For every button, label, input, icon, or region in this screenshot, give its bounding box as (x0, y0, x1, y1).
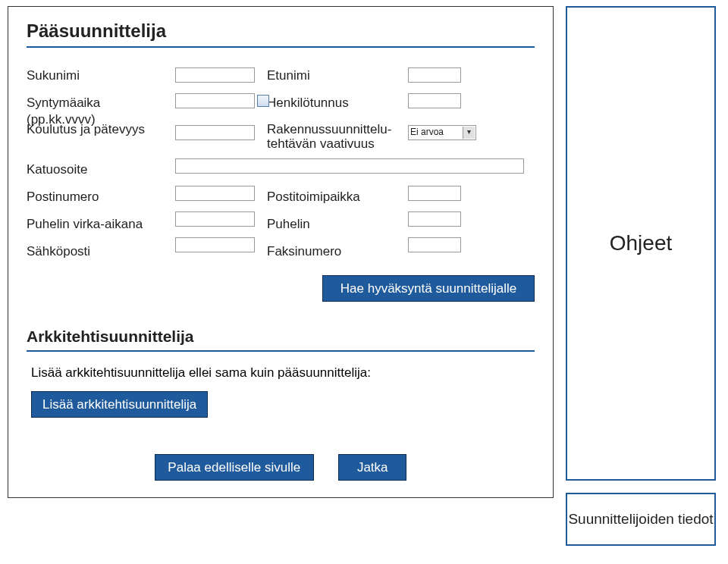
input-koulutus[interactable] (175, 125, 255, 140)
input-puhelin-virka[interactable] (175, 212, 255, 227)
footer-label: Suunnittelijoiden tiedot (568, 510, 713, 529)
help-title: Ohjeet (610, 231, 673, 255)
section-title-paasuunnittelija: Pääsuunnittelija (27, 20, 535, 42)
select-vaativuus[interactable]: Ei arvoa ▾ (408, 125, 476, 140)
next-button[interactable]: Jatka (338, 454, 406, 481)
label-faksi: Faksinumero (267, 243, 396, 260)
architect-note: Lisää arkkitehtisuunnittelija ellei sama… (31, 365, 535, 381)
input-postitoimipaikka[interactable] (408, 186, 461, 201)
label-sahkoposti: Sähköposti (27, 243, 163, 260)
nav-row: Palaa edelliselle sivulle Jatka (27, 454, 535, 481)
label-syntymaaika: Syntymäaika (pp.kk.vvvv) (27, 95, 163, 111)
input-sukunimi[interactable] (175, 67, 255, 83)
input-etunimi[interactable] (408, 67, 461, 83)
label-katuosoite: Katuosoite (27, 161, 163, 178)
input-katuosoite[interactable] (175, 158, 524, 174)
approve-designer-button[interactable]: Hae hyväksyntä suunnittelijalle (322, 275, 535, 302)
input-postinumero[interactable] (175, 186, 255, 201)
label-henkilotunnus: Henkilötunnus (267, 95, 396, 111)
divider (27, 46, 535, 48)
section-title-arkkitehti: Arkkitehtisuunnittelija (27, 327, 535, 346)
input-henkilotunnus[interactable] (408, 93, 461, 108)
label-sukunimi: Sukunimi (27, 67, 163, 84)
help-panel: Ohjeet (566, 6, 716, 481)
label-puhelin-virka: Puhelin virka-aikana (27, 216, 163, 233)
input-syntymaaika[interactable] (175, 93, 255, 108)
calendar-icon[interactable] (257, 95, 269, 107)
chevron-down-icon: ▾ (463, 127, 475, 139)
label-postinumero: Postinumero (27, 189, 163, 205)
select-value: Ei arvoa (410, 127, 444, 137)
label-koulutus: Koulutus ja pätevyys (27, 122, 163, 151)
add-architect-button[interactable]: Lisää arkkitehtisuunnittelija (31, 391, 208, 418)
divider (27, 350, 535, 352)
label-vaativuus: Rakennussuunnittelu- tehtävän vaativuus (267, 122, 396, 151)
input-puhelin[interactable] (408, 212, 461, 227)
input-sahkoposti[interactable] (175, 237, 255, 252)
label-etunimi: Etunimi (267, 67, 396, 84)
back-button[interactable]: Palaa edelliselle sivulle (155, 454, 314, 481)
main-form-panel: Pääsuunnittelija Sukunimi Syntymäaika (p… (8, 6, 554, 498)
form-grid: Sukunimi Syntymäaika (pp.kk.vvvv) Koulut… (27, 67, 535, 260)
architect-section: Arkkitehtisuunnittelija Lisää arkkitehti… (27, 327, 535, 418)
footer-box: Suunnittelijoiden tiedot (566, 493, 716, 546)
input-faksi[interactable] (408, 237, 461, 252)
label-puhelin: Puhelin (267, 216, 396, 233)
label-postitoimipaikka: Postitoimipaikka (267, 189, 396, 205)
